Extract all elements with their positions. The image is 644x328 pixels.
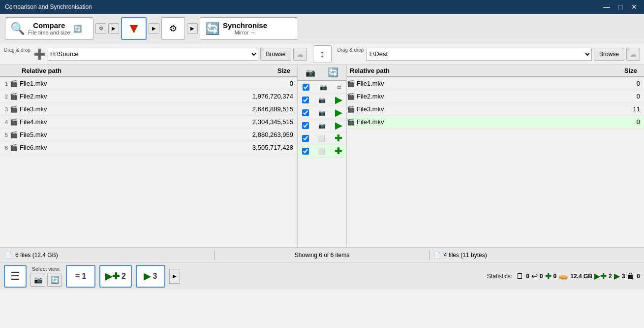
right-drag-drop-label: Drag & drop [337, 47, 364, 53]
left-browse-button[interactable]: Browse [260, 48, 291, 61]
right-path-select[interactable]: I:\Dest [367, 48, 592, 61]
close-button[interactable]: ✕ [629, 3, 639, 11]
right-file-row[interactable]: 🎬 File4.mkv 0 [347, 116, 644, 129]
plus-icon-stat: ✚ [545, 271, 552, 281]
stat-size-val: 12.4 GB [570, 273, 592, 280]
right-cloud-button[interactable]: ☁ [626, 48, 640, 61]
right-file-row[interactable]: 🎬 File3.mkv 11 [347, 103, 644, 116]
row-camera-icon: 📷 [320, 84, 327, 91]
left-cloud-button[interactable]: ☁ [293, 48, 307, 61]
more-actions-button[interactable]: ▶ [169, 269, 180, 284]
left-file-row[interactable]: 2 🎬 File2.mkv 1,976,720,374 [0, 90, 297, 103]
row-camera-icon: ⬜ [318, 148, 325, 155]
chevron-right-icon-2: ▶ [152, 26, 156, 31]
row-checkbox[interactable] [302, 97, 309, 103]
swap-button[interactable]: ↕ [313, 45, 332, 63]
file-name-right: File1.mkv [356, 80, 585, 87]
compare-icon: 🔍 [10, 22, 25, 35]
compare-text: Compare File time and size [28, 21, 70, 35]
settings-icon: ⚙ [169, 23, 177, 34]
sync-icon: 🔄 [205, 22, 220, 35]
compare-label: Compare [28, 21, 70, 30]
main-toolbar: 🔍 Compare File time and size 🔄 ⚙ ▶ ▼ ▶ ⚙… [0, 14, 644, 43]
center-status: Showing 6 of 6 items [219, 252, 425, 259]
compare-options-button[interactable]: ⚙ [95, 23, 106, 34]
compare-button[interactable]: 🔍 Compare File time and size 🔄 [5, 17, 93, 40]
left-file-row[interactable]: 6 🎬 File6.mkv 3,505,717,428 [0, 141, 297, 154]
arrow-stat: ▶ [614, 271, 620, 281]
left-path-section: ➕ H:\Source Browse ☁ [33, 48, 307, 61]
file-name-right: File3.mkv [356, 105, 585, 113]
settings-more-button[interactable]: ▶ [187, 23, 198, 34]
right-browse-button[interactable]: Browse [594, 48, 624, 61]
refresh-icon: 🔄 [73, 25, 82, 33]
left-path-select[interactable]: H:\Source [48, 48, 259, 61]
settings-button[interactable]: ⚙ [161, 17, 185, 40]
right-file-panel: Relative path Size 🎬 File1.mkv 0 🎬 File2… [347, 65, 644, 247]
right-file-row[interactable]: 🎬 File2.mkv 0 [347, 90, 644, 103]
file-icon: 🎬 [10, 93, 19, 100]
filter-more-button[interactable]: ▶ [149, 23, 159, 34]
row-action: ▶ [335, 95, 342, 105]
row-number: 5 [0, 132, 10, 138]
file-icon-right: 🎬 [347, 93, 356, 100]
row-camera-icon: 📷 [318, 122, 326, 129]
sync-text: Synchronise Mirror → [223, 21, 267, 35]
file-size: 1,976,720,374 [238, 93, 297, 100]
file-size-right: 0 [585, 93, 644, 100]
maximize-button[interactable]: □ [615, 3, 625, 11]
left-add-button[interactable]: ➕ [33, 48, 46, 60]
filter-button[interactable]: ▼ [121, 17, 147, 40]
window-controls[interactable]: — □ ✕ [602, 3, 639, 11]
middle-panel: 📷 🔄 📷=📷▶📷▶📷▶⬜✚⬜✚ [298, 65, 347, 247]
cloud-icon-right: ☁ [630, 50, 637, 58]
minimize-button[interactable]: — [602, 3, 612, 11]
compare-more-button[interactable]: ▶ [108, 23, 119, 34]
select-view-buttons[interactable]: 📷 🔄 [31, 273, 62, 287]
view-toggle-button[interactable]: ☰ [4, 265, 27, 288]
file-icon-right: 🎬 [347, 118, 356, 126]
equal-icon: = [75, 272, 80, 281]
file-size: 2,880,263,959 [238, 131, 297, 138]
statistics-label: Statistics: [487, 273, 512, 280]
row-checkbox[interactable] [302, 148, 309, 155]
file-size: 3,505,717,428 [238, 144, 297, 151]
left-file-row[interactable]: 5 🎬 File5.mkv 2,880,263,959 [0, 129, 297, 141]
row-checkbox[interactable] [302, 122, 309, 129]
title-bar: Comparison and Synchronisation — □ ✕ [0, 0, 644, 14]
row-number: 4 [0, 119, 10, 125]
chevron-right-icon: ▶ [112, 26, 116, 31]
left-panel-header: Relative path Size [0, 65, 297, 77]
back-icon-stat: ↩ [531, 271, 538, 281]
select-view-label: Select view: [32, 266, 61, 272]
stat-back-val: 0 [540, 273, 543, 280]
file-name: File1.mkv [19, 80, 238, 87]
bottom-toolbar: ☰ Select view: 📷 🔄 = 1 ▶✚ 2 ▶ 3 ▶ Statis… [0, 262, 644, 290]
middle-row: 📷▶ [298, 119, 346, 132]
swap-icon: ↕ [320, 48, 325, 60]
action-copy-new-button[interactable]: ▶✚ 2 [99, 265, 132, 288]
action-copy-button[interactable]: ▶ 3 [136, 265, 165, 288]
chevron-right-icon-3: ▶ [190, 26, 194, 31]
stat-del-val: 0 [637, 273, 640, 280]
action-equal-button[interactable]: = 1 [66, 265, 95, 288]
sync-icon-bottom: 🔄 [51, 276, 59, 284]
row-checkbox[interactable] [302, 135, 309, 142]
middle-row: 📷▶ [298, 94, 346, 106]
left-file-row[interactable]: 3 🎬 File3.mkv 2,646,889,515 [0, 103, 297, 116]
row-action: ▶ [335, 120, 342, 131]
right-file-row[interactable]: 🎬 File1.mkv 0 [347, 77, 644, 90]
left-file-row[interactable]: 1 🎬 File1.mkv 0 [0, 77, 297, 90]
row-checkbox[interactable] [303, 84, 309, 91]
select-view-sync-btn[interactable]: 🔄 [47, 273, 62, 287]
stat-copy-val: 0 [526, 273, 529, 280]
select-view-camera-btn[interactable]: 📷 [31, 273, 45, 287]
row-checkbox[interactable] [302, 109, 309, 116]
file-name: File2.mkv [19, 93, 238, 100]
synchronise-button[interactable]: 🔄 Synchronise Mirror → [200, 17, 298, 40]
file-icon-right: 🎬 [347, 105, 356, 113]
right-path-section: I:\Dest Browse ☁ [367, 48, 640, 61]
left-file-row[interactable]: 4 🎬 File4.mkv 2,304,345,515 [0, 116, 297, 129]
middle-row: ⬜✚ [298, 132, 346, 145]
stat-plus-val: 0 [553, 273, 557, 280]
